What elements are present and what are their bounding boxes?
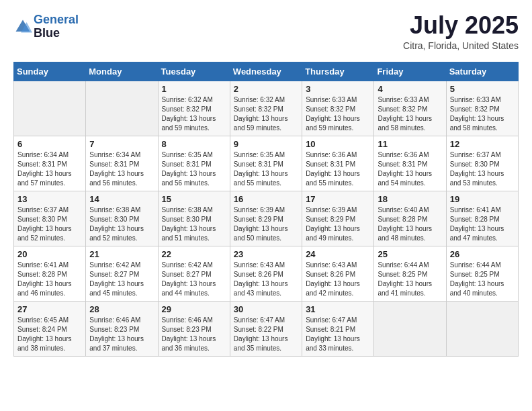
calendar-cell: 24Sunrise: 6:43 AM Sunset: 8:26 PM Dayli… bbox=[302, 246, 374, 302]
day-info: Sunrise: 6:40 AM Sunset: 8:28 PM Dayligh… bbox=[378, 205, 442, 243]
day-number: 2 bbox=[234, 84, 298, 94]
calendar-cell: 8Sunrise: 6:35 AM Sunset: 8:31 PM Daylig… bbox=[158, 136, 230, 191]
day-number: 14 bbox=[89, 194, 154, 204]
day-number: 22 bbox=[162, 249, 226, 259]
calendar-cell: 17Sunrise: 6:39 AM Sunset: 8:29 PM Dayli… bbox=[302, 191, 374, 246]
day-number: 9 bbox=[234, 139, 298, 149]
day-info: Sunrise: 6:32 AM Sunset: 8:32 PM Dayligh… bbox=[234, 95, 298, 133]
day-info: Sunrise: 6:42 AM Sunset: 8:27 PM Dayligh… bbox=[89, 261, 154, 298]
day-info: Sunrise: 6:45 AM Sunset: 8:24 PM Dayligh… bbox=[17, 316, 82, 353]
day-number: 20 bbox=[17, 249, 82, 259]
calendar-cell: 18Sunrise: 6:40 AM Sunset: 8:28 PM Dayli… bbox=[374, 191, 446, 246]
calendar-cell: 26Sunrise: 6:44 AM Sunset: 8:25 PM Dayli… bbox=[446, 246, 518, 302]
day-number: 4 bbox=[378, 84, 442, 94]
day-info: Sunrise: 6:39 AM Sunset: 8:29 PM Dayligh… bbox=[306, 205, 370, 243]
day-info: Sunrise: 6:38 AM Sunset: 8:30 PM Dayligh… bbox=[89, 205, 154, 243]
day-info: Sunrise: 6:46 AM Sunset: 8:23 PM Dayligh… bbox=[89, 316, 154, 353]
day-info: Sunrise: 6:37 AM Sunset: 8:30 PM Dayligh… bbox=[17, 205, 82, 243]
day-info: Sunrise: 6:36 AM Sunset: 8:31 PM Dayligh… bbox=[378, 150, 442, 188]
weekday-header: Wednesday bbox=[230, 62, 302, 81]
day-number: 10 bbox=[306, 139, 370, 149]
day-info: Sunrise: 6:33 AM Sunset: 8:32 PM Dayligh… bbox=[378, 95, 442, 133]
weekday-header-row: SundayMondayTuesdayWednesdayThursdayFrid… bbox=[14, 62, 519, 81]
calendar-cell: 27Sunrise: 6:45 AM Sunset: 8:24 PM Dayli… bbox=[14, 302, 86, 357]
day-info: Sunrise: 6:44 AM Sunset: 8:25 PM Dayligh… bbox=[450, 261, 515, 298]
month-title: July 2025 bbox=[403, 13, 519, 38]
calendar-cell: 25Sunrise: 6:44 AM Sunset: 8:25 PM Dayli… bbox=[374, 246, 446, 302]
location-label: Citra, Florida, United States bbox=[403, 40, 519, 51]
day-info: Sunrise: 6:33 AM Sunset: 8:32 PM Dayligh… bbox=[306, 95, 370, 133]
day-info: Sunrise: 6:44 AM Sunset: 8:25 PM Dayligh… bbox=[378, 261, 442, 298]
calendar-week-row: 27Sunrise: 6:45 AM Sunset: 8:24 PM Dayli… bbox=[14, 302, 519, 357]
day-number: 17 bbox=[306, 194, 370, 204]
calendar-cell: 10Sunrise: 6:36 AM Sunset: 8:31 PM Dayli… bbox=[302, 136, 374, 191]
calendar-week-row: 13Sunrise: 6:37 AM Sunset: 8:30 PM Dayli… bbox=[14, 191, 519, 246]
calendar-cell: 30Sunrise: 6:47 AM Sunset: 8:22 PM Dayli… bbox=[230, 302, 302, 357]
day-number: 5 bbox=[450, 84, 515, 94]
calendar-cell: 2Sunrise: 6:32 AM Sunset: 8:32 PM Daylig… bbox=[230, 81, 302, 136]
calendar-cell: 9Sunrise: 6:35 AM Sunset: 8:31 PM Daylig… bbox=[230, 136, 302, 191]
calendar-week-row: 6Sunrise: 6:34 AM Sunset: 8:31 PM Daylig… bbox=[14, 136, 519, 191]
calendar-cell: 7Sunrise: 6:34 AM Sunset: 8:31 PM Daylig… bbox=[86, 136, 158, 191]
calendar-cell: 28Sunrise: 6:46 AM Sunset: 8:23 PM Dayli… bbox=[86, 302, 158, 357]
day-number: 31 bbox=[306, 304, 370, 314]
day-number: 21 bbox=[89, 249, 154, 259]
calendar-cell bbox=[446, 302, 518, 357]
day-info: Sunrise: 6:35 AM Sunset: 8:31 PM Dayligh… bbox=[162, 150, 226, 188]
day-number: 24 bbox=[306, 249, 370, 259]
weekday-header: Sunday bbox=[14, 62, 86, 81]
calendar-cell: 21Sunrise: 6:42 AM Sunset: 8:27 PM Dayli… bbox=[86, 246, 158, 302]
calendar-cell: 5Sunrise: 6:33 AM Sunset: 8:32 PM Daylig… bbox=[446, 81, 518, 136]
calendar-cell: 20Sunrise: 6:41 AM Sunset: 8:28 PM Dayli… bbox=[14, 246, 86, 302]
day-number: 15 bbox=[162, 194, 226, 204]
calendar-table: SundayMondayTuesdayWednesdayThursdayFrid… bbox=[13, 62, 519, 357]
day-number: 27 bbox=[17, 304, 82, 314]
day-info: Sunrise: 6:38 AM Sunset: 8:30 PM Dayligh… bbox=[162, 205, 226, 243]
calendar-week-row: 1Sunrise: 6:32 AM Sunset: 8:32 PM Daylig… bbox=[14, 81, 519, 136]
day-number: 28 bbox=[89, 304, 154, 314]
calendar-cell: 3Sunrise: 6:33 AM Sunset: 8:32 PM Daylig… bbox=[302, 81, 374, 136]
day-info: Sunrise: 6:34 AM Sunset: 8:31 PM Dayligh… bbox=[89, 150, 154, 188]
day-number: 29 bbox=[162, 304, 226, 314]
calendar-cell bbox=[374, 302, 446, 357]
calendar-cell: 31Sunrise: 6:47 AM Sunset: 8:21 PM Dayli… bbox=[302, 302, 374, 357]
day-number: 13 bbox=[17, 194, 82, 204]
day-info: Sunrise: 6:33 AM Sunset: 8:32 PM Dayligh… bbox=[450, 95, 515, 133]
day-info: Sunrise: 6:32 AM Sunset: 8:32 PM Dayligh… bbox=[162, 95, 226, 133]
calendar-cell: 1Sunrise: 6:32 AM Sunset: 8:32 PM Daylig… bbox=[158, 81, 230, 136]
day-number: 3 bbox=[306, 84, 370, 94]
calendar-cell: 22Sunrise: 6:42 AM Sunset: 8:27 PM Dayli… bbox=[158, 246, 230, 302]
calendar-week-row: 20Sunrise: 6:41 AM Sunset: 8:28 PM Dayli… bbox=[14, 246, 519, 302]
calendar-cell: 14Sunrise: 6:38 AM Sunset: 8:30 PM Dayli… bbox=[86, 191, 158, 246]
calendar-cell: 23Sunrise: 6:43 AM Sunset: 8:26 PM Dayli… bbox=[230, 246, 302, 302]
calendar-cell bbox=[86, 81, 158, 136]
logo-icon bbox=[13, 17, 32, 36]
day-info: Sunrise: 6:35 AM Sunset: 8:31 PM Dayligh… bbox=[234, 150, 298, 188]
calendar-cell: 4Sunrise: 6:33 AM Sunset: 8:32 PM Daylig… bbox=[374, 81, 446, 136]
day-number: 8 bbox=[162, 139, 226, 149]
day-info: Sunrise: 6:43 AM Sunset: 8:26 PM Dayligh… bbox=[234, 261, 298, 298]
day-number: 30 bbox=[234, 304, 298, 314]
day-number: 18 bbox=[378, 194, 442, 204]
logo: General Blue bbox=[13, 13, 79, 40]
calendar-cell: 19Sunrise: 6:41 AM Sunset: 8:28 PM Dayli… bbox=[446, 191, 518, 246]
weekday-header: Friday bbox=[374, 62, 446, 81]
day-number: 11 bbox=[378, 139, 442, 149]
calendar-cell: 12Sunrise: 6:37 AM Sunset: 8:30 PM Dayli… bbox=[446, 136, 518, 191]
weekday-header: Monday bbox=[86, 62, 158, 81]
calendar-cell: 29Sunrise: 6:46 AM Sunset: 8:23 PM Dayli… bbox=[158, 302, 230, 357]
day-number: 12 bbox=[450, 139, 515, 149]
day-info: Sunrise: 6:47 AM Sunset: 8:22 PM Dayligh… bbox=[234, 316, 298, 353]
title-block: July 2025 Citra, Florida, United States bbox=[403, 13, 519, 51]
calendar-cell bbox=[14, 81, 86, 136]
calendar-cell: 11Sunrise: 6:36 AM Sunset: 8:31 PM Dayli… bbox=[374, 136, 446, 191]
day-number: 23 bbox=[234, 249, 298, 259]
calendar-cell: 6Sunrise: 6:34 AM Sunset: 8:31 PM Daylig… bbox=[14, 136, 86, 191]
calendar-cell: 16Sunrise: 6:39 AM Sunset: 8:29 PM Dayli… bbox=[230, 191, 302, 246]
day-info: Sunrise: 6:42 AM Sunset: 8:27 PM Dayligh… bbox=[162, 261, 226, 298]
day-info: Sunrise: 6:41 AM Sunset: 8:28 PM Dayligh… bbox=[17, 261, 82, 298]
day-info: Sunrise: 6:36 AM Sunset: 8:31 PM Dayligh… bbox=[306, 150, 370, 188]
day-info: Sunrise: 6:46 AM Sunset: 8:23 PM Dayligh… bbox=[162, 316, 226, 353]
calendar-cell: 15Sunrise: 6:38 AM Sunset: 8:30 PM Dayli… bbox=[158, 191, 230, 246]
logo-line1: General bbox=[34, 13, 79, 26]
